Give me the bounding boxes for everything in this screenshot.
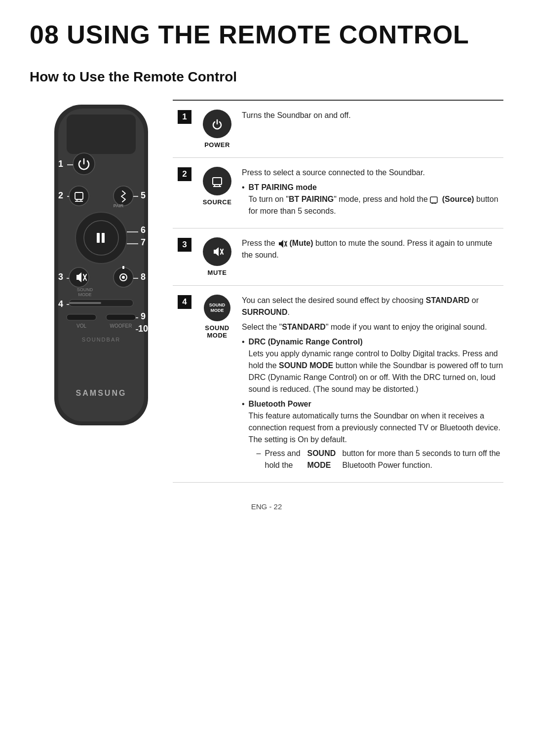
mute-label: Mute [208, 269, 227, 276]
svg-text:5: 5 [141, 190, 146, 200]
soundmode-button-icon: SOUNDMODE [204, 295, 230, 321]
svg-rect-2 [67, 114, 136, 154]
svg-text:9: 9 [141, 311, 146, 321]
svg-rect-19 [97, 233, 100, 243]
svg-text:8: 8 [141, 272, 146, 282]
svg-point-6 [69, 186, 89, 206]
svg-rect-57 [430, 197, 437, 203]
table-row-source: 2 Source Press to select a source connec… [173, 158, 503, 228]
mute-button-icon [203, 237, 231, 266]
svg-rect-53 [213, 178, 222, 185]
svg-text:6: 6 [141, 225, 146, 235]
svg-rect-43 [106, 314, 136, 320]
row-num-2: 2 [178, 167, 197, 181]
row-num-1: 1 [178, 110, 197, 124]
table-row-mute: 3 Mute Press the (Mute) button to mute t… [173, 228, 503, 286]
section-title: How to Use the Remote Control [30, 69, 503, 85]
svg-rect-42 [67, 314, 96, 320]
svg-text:3: 3 [58, 272, 63, 282]
power-description: Turns the Soundbar on and off. [242, 110, 503, 121]
svg-rect-33 [122, 266, 124, 269]
svg-text:SOUNDBAR: SOUNDBAR [82, 337, 120, 342]
row-num-4: 4 [178, 295, 197, 309]
svg-text:MODE: MODE [78, 292, 92, 297]
table-row-power: 1 Power Turns the Soundbar on and off. [173, 101, 503, 158]
svg-rect-39 [69, 302, 101, 304]
svg-point-13 [114, 186, 133, 206]
content-area: 1 2 PAIR 5 [30, 100, 503, 483]
svg-rect-20 [102, 233, 105, 243]
svg-text:VOL: VOL [76, 323, 86, 329]
power-icon-col: Power [197, 110, 242, 149]
remote-control-illustration: 1 2 PAIR 5 [30, 100, 173, 435]
mute-description: Press the (Mute) button to mute the soun… [242, 237, 503, 264]
soundmode-description: You can select the desired sound effect … [242, 295, 503, 473]
soundmode-icon-col: SOUNDMODE SOUND MODE [197, 295, 242, 339]
svg-text:SAMSUNG: SAMSUNG [76, 389, 127, 397]
svg-point-32 [122, 276, 125, 279]
mute-icon-col: Mute [197, 237, 242, 276]
page-footer: ENG - 22 [30, 502, 503, 511]
page-title: 08 USING THE REMOTE CONTROL [30, 20, 503, 49]
svg-text:1: 1 [58, 159, 63, 169]
svg-text:7: 7 [141, 237, 146, 247]
source-description: Press to select a source connected to th… [242, 167, 503, 219]
source-label: Source [203, 198, 232, 206]
source-icon-col: Source [197, 167, 242, 206]
svg-text:SOUND: SOUND [77, 287, 93, 292]
table-row-soundmode: 4 SOUNDMODE SOUND MODE You can select th… [173, 286, 503, 483]
svg-text:10: 10 [138, 324, 148, 334]
svg-text:PAIR: PAIR [114, 203, 124, 208]
svg-text:4: 4 [58, 299, 63, 309]
soundmode-label: SOUND MODE [197, 324, 237, 339]
instructions-table: 1 Power Turns the Soundbar on and off. 2 [173, 100, 503, 483]
source-button-icon [203, 167, 231, 195]
row-num-3: 3 [178, 237, 197, 252]
power-label: Power [204, 141, 230, 149]
svg-point-17 [76, 212, 127, 264]
svg-text:WOOFER: WOOFER [110, 323, 132, 329]
power-button-icon [203, 110, 231, 138]
svg-rect-1 [58, 109, 144, 421]
svg-text:2: 2 [58, 190, 63, 200]
